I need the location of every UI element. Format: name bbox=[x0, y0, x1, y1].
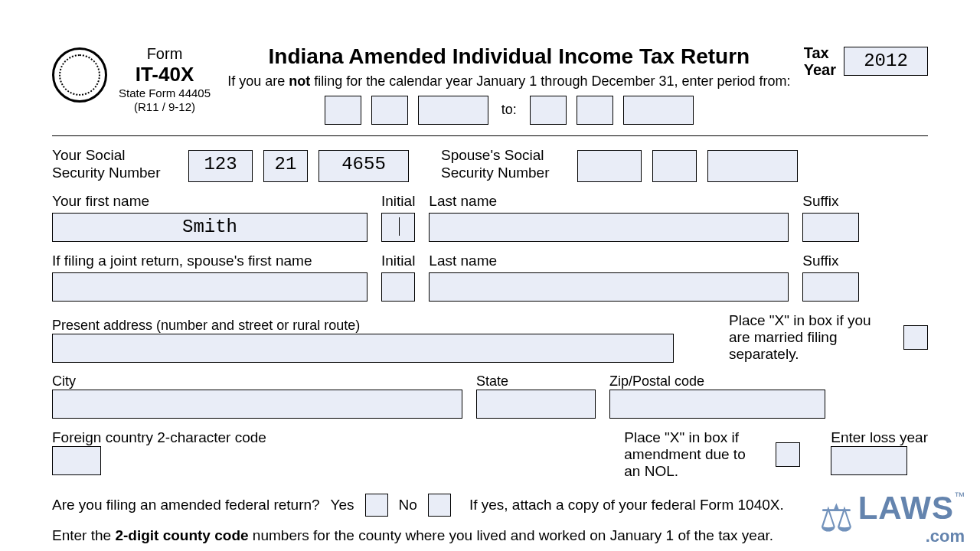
period-from-month[interactable] bbox=[325, 96, 361, 125]
mfs-label: Place "X" in box if you are married fili… bbox=[729, 312, 896, 363]
form-identifier: Form IT-40X State Form 44405 (R11 / 9-12… bbox=[115, 44, 214, 114]
period-from-day[interactable] bbox=[371, 96, 408, 125]
amended-yes-checkbox[interactable] bbox=[365, 494, 388, 517]
period-to-month[interactable] bbox=[530, 96, 567, 125]
zip-label: Zip/Postal code bbox=[609, 373, 825, 390]
last-name-label: Last name bbox=[429, 193, 789, 210]
spouse-last-name-label: Last name bbox=[429, 253, 789, 269]
loss-year-label: Enter loss year bbox=[831, 429, 928, 446]
city-field[interactable] bbox=[52, 390, 462, 419]
tax-year-field[interactable]: 2012 bbox=[844, 47, 928, 76]
period-to-label: to: bbox=[501, 102, 517, 117]
amended-yes-label: Yes bbox=[331, 497, 354, 514]
divider bbox=[52, 135, 928, 136]
tax-year-label: Tax Year bbox=[804, 44, 836, 78]
watermark-tm: ™ bbox=[954, 490, 965, 502]
spouse-last-name-field[interactable] bbox=[429, 272, 789, 302]
nol-checkbox[interactable] bbox=[776, 442, 800, 467]
address-label: Present address (number and street or ru… bbox=[52, 318, 674, 334]
watermark-logo: ⚖ LAWS™ .com bbox=[819, 490, 965, 546]
amended-no-label: No bbox=[399, 497, 417, 514]
your-ssn-1[interactable]: 123 bbox=[188, 150, 253, 182]
period-to-year[interactable] bbox=[623, 96, 694, 125]
initial-field[interactable] bbox=[381, 213, 415, 242]
form-code: IT-40X bbox=[115, 63, 214, 86]
period-instruction: If you are not filing for the calendar y… bbox=[222, 73, 796, 90]
spouse-ssn-3[interactable] bbox=[707, 150, 798, 182]
address-field[interactable] bbox=[52, 334, 674, 363]
watermark-text: LAWS bbox=[858, 490, 954, 526]
mfs-checkbox[interactable] bbox=[903, 325, 928, 350]
suffix-field[interactable] bbox=[802, 213, 859, 242]
spouse-first-name-label: If filing a joint return, spouse's first… bbox=[52, 253, 368, 269]
spouse-initial-label: Initial bbox=[381, 253, 415, 269]
zip-field[interactable] bbox=[609, 390, 825, 419]
first-name-label: Your first name bbox=[52, 193, 368, 210]
state-form-number: State Form 44405 bbox=[115, 86, 214, 100]
amended-no-checkbox[interactable] bbox=[428, 494, 451, 517]
first-name-field[interactable]: Smith bbox=[52, 213, 368, 242]
nol-label: Place "X" in box if amendment due to an … bbox=[624, 429, 765, 480]
county-instruction: Enter the 2-digit county code numbers fo… bbox=[52, 527, 928, 544]
amended-note: If yes, attach a copy of your federal Fo… bbox=[469, 497, 784, 514]
your-ssn-2[interactable]: 21 bbox=[263, 150, 308, 182]
foreign-country-label: Foreign country 2-character code bbox=[52, 429, 266, 446]
your-ssn-3[interactable]: 4655 bbox=[318, 150, 409, 182]
spouse-suffix-label: Suffix bbox=[802, 253, 859, 269]
amended-question: Are you filing an amended federal return… bbox=[52, 497, 320, 514]
form-revision: (R11 / 9-12) bbox=[115, 100, 214, 114]
period-from-year[interactable] bbox=[418, 96, 488, 125]
scales-icon: ⚖ bbox=[819, 496, 854, 540]
state-label: State bbox=[476, 373, 596, 390]
spouse-suffix-field[interactable] bbox=[802, 272, 859, 302]
loss-year-field[interactable] bbox=[831, 446, 907, 475]
spouse-ssn-1[interactable] bbox=[577, 150, 642, 182]
state-seal-icon bbox=[52, 47, 107, 103]
initial-label: Initial bbox=[381, 193, 415, 210]
watermark-domain: .com bbox=[926, 527, 965, 546]
foreign-country-field[interactable] bbox=[52, 446, 101, 475]
spouse-ssn-2[interactable] bbox=[652, 150, 697, 182]
your-ssn-label: Your Social Security Number bbox=[52, 147, 175, 182]
form-label: Form bbox=[115, 44, 214, 63]
state-field[interactable] bbox=[476, 390, 596, 419]
spouse-ssn-label: Spouse's Social Security Number bbox=[441, 147, 564, 182]
suffix-label: Suffix bbox=[802, 193, 859, 210]
spouse-first-name-field[interactable] bbox=[52, 272, 368, 302]
spouse-initial-field[interactable] bbox=[381, 272, 415, 302]
page-title: Indiana Amended Individual Income Tax Re… bbox=[222, 44, 796, 69]
period-to-day[interactable] bbox=[577, 96, 613, 125]
last-name-field[interactable] bbox=[429, 213, 789, 242]
city-label: City bbox=[52, 373, 462, 390]
